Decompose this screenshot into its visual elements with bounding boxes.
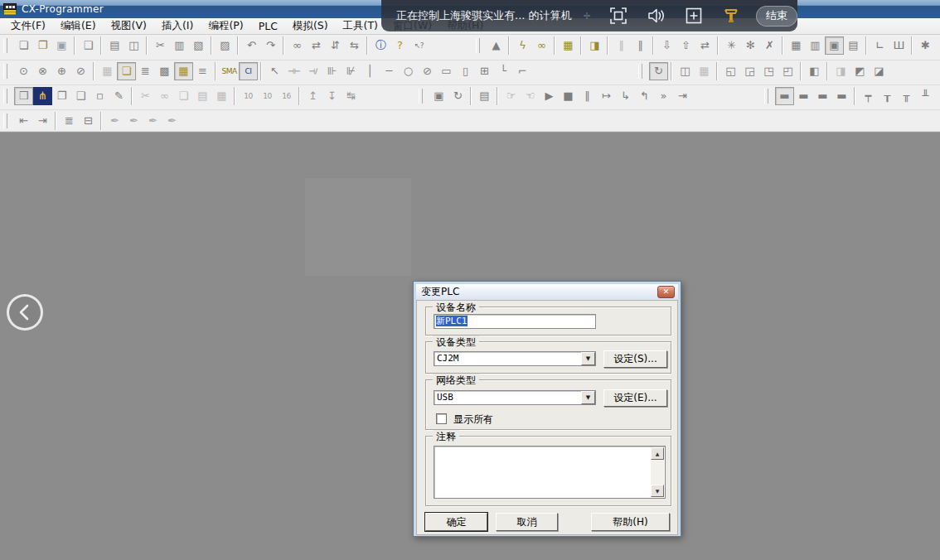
function-block-icon[interactable]: ⊞ bbox=[475, 62, 494, 80]
cross-reference-icon[interactable]: ▩ bbox=[155, 62, 174, 80]
set-value-icon[interactable]: ◰ bbox=[778, 62, 797, 80]
find-icon[interactable]: ∞ bbox=[288, 36, 307, 55]
show-comments-icon[interactable]: ❑ bbox=[174, 87, 193, 105]
chevron-down-icon[interactable]: ▼ bbox=[581, 352, 595, 365]
float-window-icon[interactable]: ▫ bbox=[90, 87, 109, 105]
compare-with-plc-icon[interactable]: ⇄ bbox=[695, 36, 715, 55]
menu-item-tools[interactable]: 工具(T) bbox=[336, 17, 385, 35]
save-file-icon[interactable]: ▣ bbox=[52, 36, 71, 55]
network-node-1-icon[interactable]: ▬ bbox=[775, 87, 794, 105]
continuous-run-icon[interactable]: » bbox=[654, 87, 673, 105]
properties-icon[interactable]: ✎ bbox=[109, 87, 128, 105]
copy-icon[interactable]: ▥ bbox=[170, 36, 189, 55]
mark-next-icon[interactable]: ✒ bbox=[124, 112, 143, 130]
network-node-4-icon[interactable]: ▬ bbox=[832, 87, 851, 105]
output-list-icon[interactable]: ⊟ bbox=[79, 112, 98, 130]
pulse-trace-icon[interactable]: Ш bbox=[889, 36, 909, 55]
network-type-dropdown[interactable]: USB ▼ bbox=[434, 390, 596, 405]
mark-clear-icon[interactable]: ✒ bbox=[162, 112, 182, 130]
paste-special-icon[interactable]: ▨ bbox=[216, 36, 235, 55]
sim-run-icon[interactable]: ▶ bbox=[540, 87, 559, 105]
contact-or-no-icon[interactable]: ⊪ bbox=[322, 62, 342, 80]
menu-item-edit[interactable]: 编辑(E) bbox=[53, 17, 104, 35]
simulator-options-icon[interactable]: ▤ bbox=[475, 87, 494, 105]
chevron-down-icon[interactable]: ▼ bbox=[581, 391, 595, 404]
mark-prev-icon[interactable]: ✒ bbox=[143, 112, 162, 130]
plc-online-icon[interactable]: ▦ bbox=[559, 36, 578, 55]
device-type-dropdown[interactable]: CJ2M ▼ bbox=[434, 351, 596, 366]
comment-textarea[interactable]: ▲ ▼ bbox=[434, 446, 666, 499]
find-in-project-icon[interactable]: ⇵ bbox=[326, 36, 345, 55]
menu-item-simulation[interactable]: 模拟(S) bbox=[285, 17, 336, 35]
address-reference-icon[interactable]: ◧ bbox=[805, 62, 824, 80]
force-set-bit-icon[interactable]: ∟ bbox=[870, 36, 889, 55]
io-table-icon[interactable]: ▦ bbox=[787, 36, 806, 55]
device-type-settings-button[interactable]: 设定(S)... bbox=[603, 350, 667, 368]
show-windows-icon[interactable]: ❒ bbox=[14, 87, 33, 105]
back-button[interactable] bbox=[7, 294, 43, 331]
coil-icon[interactable]: ○ bbox=[399, 62, 418, 80]
paste-icon[interactable]: ▧ bbox=[189, 36, 208, 55]
instruction-icon[interactable]: ▭ bbox=[437, 62, 456, 80]
about-info-icon[interactable]: ⓘ bbox=[371, 36, 390, 55]
line-delete-icon[interactable]: ⌐ bbox=[513, 62, 532, 80]
scroll-down-icon[interactable]: ▼ bbox=[651, 485, 664, 497]
select-tool-icon[interactable]: ↖ bbox=[265, 62, 284, 80]
memory-view-icon[interactable]: ▣ bbox=[825, 36, 844, 55]
simulator-online-icon[interactable]: ▲ bbox=[487, 36, 506, 55]
cancel-edit-icon[interactable]: ✗ bbox=[760, 36, 779, 55]
horizontal-line-icon[interactable]: ─ bbox=[380, 62, 399, 80]
indent-rung-icon[interactable]: ⇥ bbox=[33, 112, 52, 130]
zoom-in-icon[interactable]: ⊕ bbox=[52, 62, 71, 80]
help-button[interactable]: 帮助(H) bbox=[591, 513, 670, 531]
fullscreen-icon[interactable] bbox=[609, 5, 628, 27]
radix-decimal-icon[interactable]: 10 bbox=[239, 87, 258, 105]
outdent-rung-icon[interactable]: ⇤ bbox=[14, 112, 33, 130]
step-in-icon[interactable]: ↳ bbox=[616, 87, 635, 105]
show-all-checkbox[interactable] bbox=[436, 413, 447, 424]
cancel-button[interactable]: 取消 bbox=[496, 513, 558, 531]
print-icon[interactable]: ▤ bbox=[105, 36, 124, 55]
watch-window-icon[interactable]: ≣ bbox=[136, 62, 155, 80]
online-edit-icon[interactable]: ✳ bbox=[722, 36, 741, 55]
diff-mode-icon[interactable]: ✱ bbox=[916, 36, 935, 55]
vertical-line-icon[interactable]: │ bbox=[361, 62, 380, 80]
ladder-view-icon[interactable]: CI bbox=[239, 62, 258, 80]
pin-tool-icon[interactable] bbox=[722, 5, 741, 27]
force-on-icon[interactable]: ◱ bbox=[721, 62, 740, 80]
coil-nc-icon[interactable]: ⊘ bbox=[418, 62, 437, 80]
add-window-icon[interactable] bbox=[685, 5, 704, 27]
transfer-to-plc-icon[interactable]: ⇩ bbox=[657, 36, 676, 55]
monitor-window-2-icon[interactable]: ◩ bbox=[850, 62, 870, 80]
send-changes-icon[interactable]: ✻ bbox=[741, 36, 760, 55]
address-jump-icon[interactable]: ↹ bbox=[342, 87, 361, 105]
pause-monitor-icon[interactable]: ∥ bbox=[612, 36, 631, 55]
release-scan-icon[interactable]: ☜ bbox=[521, 87, 540, 105]
run-to-end-icon[interactable]: ⇥ bbox=[673, 87, 692, 105]
contact-nc-icon[interactable]: ⊣∕ bbox=[303, 62, 322, 80]
compile-check-icon[interactable]: ❑ bbox=[79, 36, 98, 55]
hold-scan-icon[interactable]: ☞ bbox=[501, 87, 521, 105]
dialog-titlebar[interactable]: 变更PLC ✕ bbox=[416, 284, 678, 300]
line-connect-icon[interactable]: └ bbox=[494, 62, 513, 80]
pause-icon[interactable]: ∥ bbox=[631, 36, 650, 55]
change-all-icon[interactable]: ⇆ bbox=[345, 36, 364, 55]
radix-hex-icon[interactable]: 16 bbox=[277, 87, 296, 105]
monitor-window-1-icon[interactable]: ◨ bbox=[831, 62, 850, 80]
zoom-tool-icon[interactable]: ⊙ bbox=[14, 62, 33, 80]
network-node-3-icon[interactable]: ▬ bbox=[813, 87, 832, 105]
show-values-icon[interactable]: ▦ bbox=[212, 87, 231, 105]
zoom-out-icon[interactable]: ⊗ bbox=[33, 62, 52, 80]
network-tree-3-icon[interactable]: ╥ bbox=[897, 87, 916, 105]
device-name-input[interactable]: 新PLC1 bbox=[434, 314, 596, 329]
end-session-button[interactable]: 结束 bbox=[756, 6, 797, 27]
section-refresh-icon[interactable]: ↻ bbox=[649, 62, 668, 80]
network-node-2-icon[interactable]: ▬ bbox=[794, 87, 813, 105]
volume-icon[interactable] bbox=[647, 5, 666, 27]
replace-icon[interactable]: ⇄ bbox=[307, 36, 326, 55]
rung-wrap-icon[interactable]: ∞ bbox=[155, 87, 174, 105]
show-rung-comments-icon[interactable]: ▤ bbox=[193, 87, 212, 105]
network-type-settings-button[interactable]: 设定(E)... bbox=[603, 389, 667, 407]
toggle-grid-icon[interactable]: ▦ bbox=[98, 62, 117, 80]
context-help-icon[interactable]: ↖? bbox=[409, 36, 429, 55]
